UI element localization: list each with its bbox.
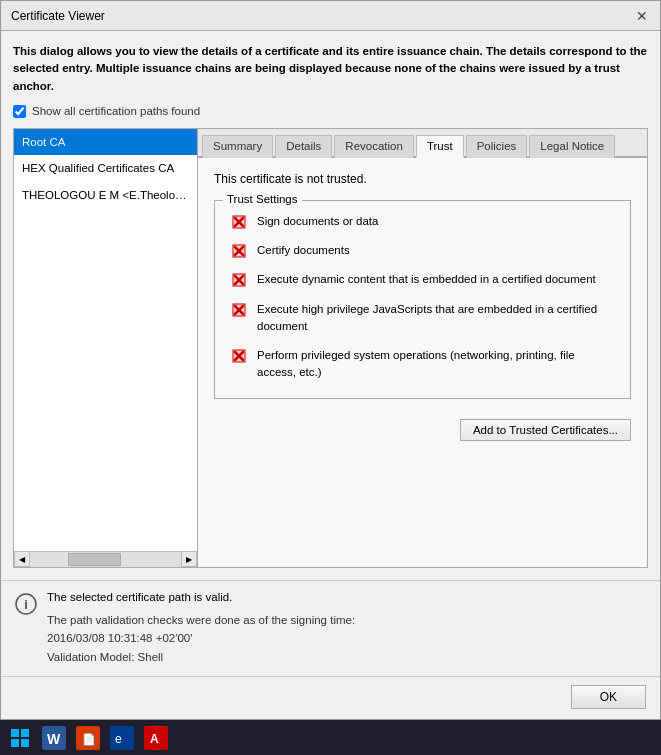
- trust-item-dynamic: Execute dynamic content that is embedded…: [231, 271, 614, 288]
- ok-row: OK: [1, 676, 660, 719]
- svg-rect-19: [11, 739, 19, 747]
- status-detail-line3: Validation Model: Shell: [47, 651, 163, 663]
- tab-summary[interactable]: Summary: [202, 135, 273, 158]
- status-detail: The path validation checks were done as …: [47, 611, 355, 666]
- trust-settings-legend: Trust Settings: [223, 193, 302, 205]
- scroll-right-arrow[interactable]: ▶: [181, 551, 197, 567]
- info-description: This dialog allows you to view the detai…: [13, 43, 648, 95]
- close-button[interactable]: ✕: [634, 8, 650, 24]
- info-icon: i: [15, 593, 37, 615]
- status-detail-line1: The path validation checks were done as …: [47, 614, 355, 626]
- status-row: i The selected certificate path is valid…: [15, 591, 646, 666]
- cert-item-root-ca[interactable]: Root CA: [14, 129, 197, 155]
- svg-rect-25: [110, 726, 134, 750]
- status-area: i The selected certificate path is valid…: [1, 580, 660, 676]
- trust-item-text-sign: Sign documents or data: [257, 213, 378, 230]
- add-trusted-btn-row: Add to Trusted Certificates...: [214, 419, 631, 441]
- cert-list-scrollbar: ◀ ▶: [14, 551, 197, 567]
- status-detail-line2: 2016/03/08 10:31:48 +02'00': [47, 632, 192, 644]
- taskbar-acrobat-button[interactable]: A: [140, 724, 172, 752]
- right-panel: Summary Details Revocation Trust Policie…: [198, 128, 648, 568]
- trust-item-text-certify: Certify documents: [257, 242, 350, 259]
- svg-text:📄: 📄: [82, 732, 96, 746]
- trust-item-text-javascript: Execute high privilege JavaScripts that …: [257, 301, 614, 336]
- svg-text:A: A: [150, 732, 159, 746]
- cert-item-hex[interactable]: HEX Qualified Certificates CA: [14, 155, 197, 181]
- svg-text:e: e: [115, 732, 122, 746]
- trust-item-certify: Certify documents: [231, 242, 614, 259]
- tab-legal-notice[interactable]: Legal Notice: [529, 135, 615, 158]
- tabs-bar: Summary Details Revocation Trust Policie…: [198, 129, 647, 158]
- svg-rect-18: [21, 729, 29, 737]
- x-icon-sign: [231, 214, 247, 230]
- trust-item-privileged: Perform privileged system operations (ne…: [231, 347, 614, 382]
- tab-trust[interactable]: Trust: [416, 135, 464, 158]
- add-trusted-certificates-button[interactable]: Add to Trusted Certificates...: [460, 419, 631, 441]
- cert-list-panel: Root CA HEX Qualified Certificates CA TH…: [13, 128, 198, 568]
- not-trusted-text: This certificate is not trusted.: [214, 172, 631, 186]
- trust-item-sign: Sign documents or data: [231, 213, 614, 230]
- tab-revocation[interactable]: Revocation: [334, 135, 414, 158]
- trust-item-text-privileged: Perform privileged system operations (ne…: [257, 347, 614, 382]
- cert-item-theologou[interactable]: THEOLOGOU E M <E.Theolog...: [14, 182, 197, 208]
- tab-details[interactable]: Details: [275, 135, 332, 158]
- x-icon-privileged: [231, 348, 247, 364]
- taskbar-word-button[interactable]: W: [38, 724, 70, 752]
- taskbar: W 📄 e A: [0, 720, 661, 755]
- scroll-track: [30, 552, 181, 567]
- taskbar-file-button[interactable]: 📄: [72, 724, 104, 752]
- scroll-thumb[interactable]: [68, 553, 121, 566]
- taskbar-browser-button[interactable]: e: [106, 724, 138, 752]
- taskbar-windows-button[interactable]: [4, 724, 36, 752]
- dialog-content: This dialog allows you to view the detai…: [1, 31, 660, 580]
- cert-list: Root CA HEX Qualified Certificates CA TH…: [14, 129, 197, 551]
- x-icon-dynamic: [231, 272, 247, 288]
- certificate-viewer-window: Certificate Viewer ✕ This dialog allows …: [0, 0, 661, 720]
- svg-text:i: i: [24, 596, 28, 611]
- trust-tab-content: This certificate is not trusted. Trust S…: [198, 158, 647, 567]
- svg-rect-17: [11, 729, 19, 737]
- title-bar: Certificate Viewer ✕: [1, 1, 660, 31]
- window-title: Certificate Viewer: [11, 9, 105, 23]
- trust-item-javascript: Execute high privilege JavaScripts that …: [231, 301, 614, 336]
- tab-policies[interactable]: Policies: [466, 135, 528, 158]
- main-area: Root CA HEX Qualified Certificates CA TH…: [13, 128, 648, 568]
- svg-rect-20: [21, 739, 29, 747]
- svg-text:W: W: [47, 731, 61, 747]
- x-icon-certify: [231, 243, 247, 259]
- status-text: The selected certificate path is valid. …: [47, 591, 355, 666]
- x-icon-javascript: [231, 302, 247, 318]
- checkbox-row: Show all certification paths found: [13, 105, 648, 118]
- checkbox-label: Show all certification paths found: [32, 105, 200, 117]
- trust-item-text-dynamic: Execute dynamic content that is embedded…: [257, 271, 596, 288]
- show-all-paths-checkbox[interactable]: [13, 105, 26, 118]
- trust-settings-group: Trust Settings Sign documents or data: [214, 200, 631, 399]
- ok-button[interactable]: OK: [571, 685, 646, 709]
- status-main: The selected certificate path is valid.: [47, 591, 355, 603]
- scroll-left-arrow[interactable]: ◀: [14, 551, 30, 567]
